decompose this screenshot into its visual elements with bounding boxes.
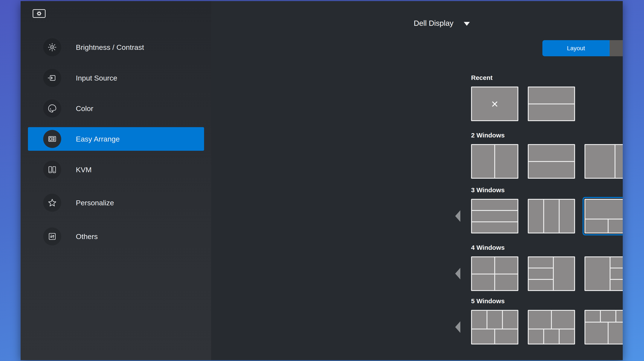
tab-layout[interactable]: Layout	[542, 40, 610, 56]
kvm-icon	[43, 161, 61, 179]
sidebar-item-label: Color	[76, 104, 93, 113]
thumbnail-cell	[560, 200, 574, 232]
sidebar-item-input-source[interactable]: Input Source	[28, 66, 204, 90]
layout-thumbnail[interactable]	[584, 256, 623, 291]
layout-thumbnail[interactable]	[528, 199, 575, 234]
scroll-left-arrow-icon[interactable]	[455, 321, 460, 333]
layout-thumbnail[interactable]	[528, 310, 575, 344]
thumbnail-cell	[608, 322, 623, 344]
thumbnail-cell	[554, 257, 574, 290]
sidebar-item-label: Brightness / Contrast	[76, 43, 144, 52]
thumbnail-cell	[529, 200, 543, 232]
layout-thumbnail[interactable]	[471, 256, 518, 291]
thumbnail-row	[471, 310, 623, 344]
thumbnail-cell	[585, 257, 610, 290]
thumbnail-cell	[610, 257, 623, 268]
personalize-star-icon	[43, 194, 61, 212]
thumbnail-cell	[529, 280, 553, 290]
layout-thumbnail-selected[interactable]	[584, 199, 623, 234]
sidebar-item-color[interactable]: Color	[28, 97, 204, 120]
section-label: 4 Windows	[471, 244, 623, 251]
color-palette-icon	[43, 100, 61, 118]
sidebar-item-personalize[interactable]: Personalize	[28, 191, 204, 214]
thumbnail-cell	[616, 311, 623, 322]
thumbnail-cell	[472, 222, 518, 232]
input-source-icon	[43, 69, 61, 87]
thumbnail-cell	[585, 145, 614, 178]
sidebar-item-label: KVM	[76, 166, 92, 174]
scroll-left-arrow-icon[interactable]	[455, 210, 460, 222]
thumbnail-cell	[529, 268, 553, 279]
thumbnail-cell	[610, 280, 623, 290]
thumbnail-row	[471, 256, 623, 291]
sidebar-item-brightness-contrast[interactable]: Brightness / Contrast	[28, 36, 204, 59]
layout-thumbnail[interactable]	[528, 86, 575, 121]
brightness-icon	[43, 38, 61, 56]
thumbnail-cell	[585, 200, 623, 218]
thumbnail-cell	[472, 200, 518, 210]
layout-thumbnail[interactable]	[471, 199, 518, 234]
gear-glyph	[36, 11, 42, 16]
monitor-name: Dell Display	[414, 19, 454, 28]
thumbnail-cell	[608, 220, 623, 232]
section-label: 3 Windows	[471, 186, 623, 194]
thumbnail-cell	[529, 88, 574, 104]
monitor-selector-dropdown[interactable]: Dell Display	[414, 19, 470, 28]
thumbnail-cell	[610, 268, 623, 279]
layout-thumbnail[interactable]	[584, 310, 623, 344]
sidebar-item-label: Others	[76, 232, 98, 241]
thumbnail-cell	[544, 200, 559, 232]
layout-thumbnail[interactable]	[584, 144, 623, 179]
easy-arrange-icon	[43, 130, 61, 148]
display-settings-icon	[33, 9, 46, 18]
layout-section: 2 Windows	[471, 132, 623, 181]
thumbnail-cell	[529, 330, 543, 344]
sidebar-item-easy-arrange[interactable]: Easy Arrange	[28, 127, 204, 151]
sidebar: Brightness / ContrastInput SourceColorEa…	[20, 1, 211, 360]
thumbnail-cell	[585, 322, 608, 344]
layout-thumbnail[interactable]	[471, 310, 518, 344]
desktop-wallpaper: { "header": { "monitor_name": "Dell Disp…	[0, 0, 644, 361]
sidebar-item-others[interactable]: Others	[28, 225, 204, 248]
thumbnail-cell	[472, 211, 518, 221]
thumbnail-cell	[488, 311, 502, 328]
thumbnail-cell	[495, 257, 518, 274]
layout-thumbnail[interactable]	[528, 144, 575, 179]
chevron-down-icon	[464, 22, 470, 26]
layout-settings-tabs: Layout Settings	[542, 40, 623, 56]
thumbnail-cell	[472, 274, 494, 290]
layout-thumbnail[interactable]: ×	[471, 86, 518, 121]
app-window: Brightness / ContrastInput SourceColorEa…	[20, 1, 623, 360]
sidebar-item-label: Input Source	[76, 74, 117, 82]
section-label: Recent	[471, 74, 623, 82]
thumbnail-cell	[544, 330, 559, 344]
thumbnail-cell	[472, 311, 486, 328]
main-panel: Dell Display ?	[211, 1, 623, 360]
sidebar-item-label: Personalize	[76, 199, 114, 207]
thumbnail-cell	[585, 311, 600, 322]
layout-thumbnail[interactable]	[528, 256, 575, 291]
thumbnail-cell	[472, 145, 494, 178]
thumbnail-row	[471, 144, 623, 179]
thumbnail-cell	[495, 330, 518, 344]
layout-section: Recent×	[471, 74, 623, 124]
section-label: 2 Windows	[471, 132, 623, 139]
thumbnail-cell	[495, 274, 518, 290]
sidebar-item-label: Easy Arrange	[76, 135, 120, 143]
thumbnail-cell	[529, 104, 574, 120]
scroll-left-arrow-icon[interactable]	[455, 268, 460, 280]
no-layout-x-mark: ×	[471, 86, 518, 121]
thumbnail-row: ×	[471, 86, 575, 121]
thumbnail-cell	[529, 162, 574, 178]
thumbnail-cell	[560, 330, 574, 344]
thumbnail-cell	[529, 145, 574, 161]
others-icon	[43, 228, 61, 246]
tab-settings[interactable]: Settings	[610, 40, 623, 56]
thumbnail-cell	[503, 311, 518, 328]
thumbnail-cell	[529, 311, 551, 328]
thumbnail-cell	[616, 145, 623, 178]
thumbnail-cell	[472, 330, 494, 344]
sidebar-item-kvm[interactable]: KVM	[28, 158, 204, 182]
layout-thumbnail[interactable]	[471, 144, 518, 179]
thumbnail-cell	[601, 311, 616, 322]
